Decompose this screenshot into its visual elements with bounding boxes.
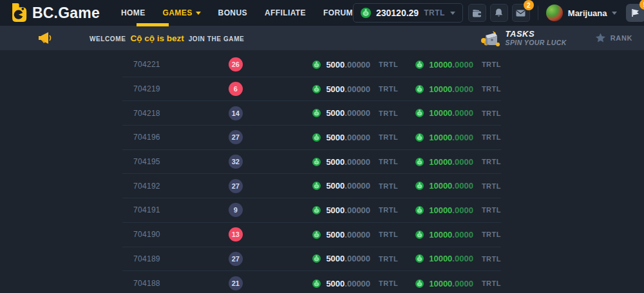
payout-amount: 10000.0000 TRTL [415,279,501,288]
bet-amount: 5000.00000 TRTL [312,230,398,240]
balance-selector[interactable]: 230120.29 TRTL [353,3,463,23]
announcement-suffix: JOIN THE GAME [189,35,245,43]
result-badge: 9 [229,203,243,217]
nav-item-home[interactable]: HOME [121,8,146,17]
payout-currency: TRTL [482,206,501,214]
chat-button[interactable]: 5 [626,4,644,22]
bet-currency: TRTL [379,61,398,68]
trtl-coin-icon [415,109,424,117]
mail-count-badge: 2 [524,0,534,10]
bet-id: 704195 [122,157,215,166]
bet-currency: TRTL [379,133,398,141]
nav-item-affiliate[interactable]: AFFILIATE [265,8,306,17]
announcement-username: Cộ cộ is bezt [130,33,184,43]
trtl-coin-icon [415,206,424,214]
payout-amount: 10000.0000 TRTL [415,84,501,94]
payout-amount-frac: .0000 [452,254,473,263]
bet-amount: 5000.00000 TRTL [312,157,398,167]
result-badge: 6 [229,82,243,96]
bet-amount-int: 5000 [326,181,345,191]
bet-amount-int: 5000 [326,254,345,263]
bet-amount-int: 5000 [326,108,345,118]
bet-amount-frac: .00000 [345,157,370,167]
payout-amount: 10000.0000 TRTL [415,230,501,240]
active-tab-underline [137,23,169,26]
payout-amount: 10000.0000 TRTL [415,254,501,263]
payout-amount: 10000.0000 TRTL [415,60,501,70]
trtl-coin-icon [312,133,321,142]
table-row[interactable]: 704218 14 5000.00000 TRTL [122,101,501,126]
payout-currency: TRTL [482,182,501,190]
bet-amount-int: 5000 [326,84,345,94]
notifications-button[interactable] [490,4,508,22]
bet-amount-int: 5000 [326,133,345,142]
payout-currency: TRTL [482,255,501,263]
brand-home-link[interactable]: BC.Game [8,3,100,23]
bet-amount-int: 5000 [326,60,345,70]
payout-currency: TRTL [482,279,501,287]
payout-currency: TRTL [482,61,501,68]
payout-currency: TRTL [482,85,501,93]
bet-amount-int: 5000 [326,279,345,288]
table-row[interactable]: 704219 6 5000.00000 TRTL [122,77,501,102]
bet-amount-frac: .00000 [345,205,370,215]
avatar [546,5,563,21]
result-badge: 32 [229,155,243,169]
wallet-button[interactable] [468,4,486,22]
bet-id: 704190 [122,230,215,239]
bet-amount: 5000.00000 TRTL [312,181,398,191]
trtl-coin-icon [312,231,321,239]
payout-amount-frac: .0000 [452,230,473,240]
payout-amount-frac: .0000 [452,84,473,94]
announcement-bar: WELCOME Cộ cộ is bezt JOIN THE GAME [0,26,644,50]
result-badge: 21 [229,276,243,290]
nav-item-games[interactable]: GAMES [163,8,201,17]
table-row[interactable]: 704192 27 5000.00000 TRTL [122,174,501,198]
result-badge: 27 [229,252,243,266]
result-badge: 27 [229,130,243,144]
bet-amount: 5000.00000 TRTL [312,205,398,215]
trtl-coin-icon [312,254,321,263]
payout-amount: 10000.0000 TRTL [415,181,501,191]
trtl-coin-icon [312,206,321,214]
table-row[interactable]: 704196 27 5000.00000 TRTL [122,126,501,150]
rank-link[interactable]: RANK [595,33,632,43]
bet-currency: TRTL [379,255,398,263]
trtl-coin-icon [312,279,321,288]
bet-amount: 5000.00000 TRTL [312,60,398,70]
table-row[interactable]: 704189 27 5000.00000 TRTL [122,247,501,272]
tasks-title: TASKS [506,30,567,39]
nav-item-bonus[interactable]: BONUS [218,8,247,17]
brand-logo-icon [8,3,27,23]
payout-currency: TRTL [482,231,501,238]
payout-amount: 10000.0000 TRTL [415,157,501,167]
navbar-right: 230120.29 TRTL [353,3,644,23]
announcement-text: WELCOME Cộ cộ is bezt JOIN THE GAME [90,33,244,43]
bet-currency: TRTL [379,279,398,287]
payout-amount-frac: .0000 [452,279,473,288]
tasks-link[interactable]: TASKS SPIN YOUR LUCK [480,29,567,47]
bet-id: 704191 [122,205,215,214]
chat-flag-icon [631,8,640,17]
mail-button[interactable]: 2 [512,4,530,22]
result-badge: 13 [229,227,243,241]
table-row[interactable]: 704190 13 5000.00000 TRTL [122,223,501,247]
table-row[interactable]: 704195 32 5000.00000 TRTL [122,150,501,175]
bet-id: 704221 [122,60,215,69]
nav-item-forum[interactable]: FORUM [323,8,353,17]
table-row[interactable]: 704221 26 5000.00000 TRTL [122,53,501,77]
bet-id: 704218 [122,109,215,118]
payout-amount-int: 10000 [429,84,452,94]
tasks-subtitle: SPIN YOUR LUCK [506,39,567,46]
trtl-coin-icon [415,133,424,142]
payout-amount-int: 10000 [429,181,452,191]
bet-amount: 5000.00000 TRTL [312,108,398,118]
star-icon [595,33,606,43]
user-menu[interactable]: Marijuana [546,5,618,21]
megaphone-icon [37,32,53,44]
table-row[interactable]: 704191 9 5000.00000 TRTL [122,198,501,223]
chevron-down-icon [612,12,617,15]
balance-currency: TRTL [424,8,445,17]
wallet-icon [472,9,482,17]
table-row[interactable]: 704188 21 5000.00000 TRTL [122,271,501,293]
